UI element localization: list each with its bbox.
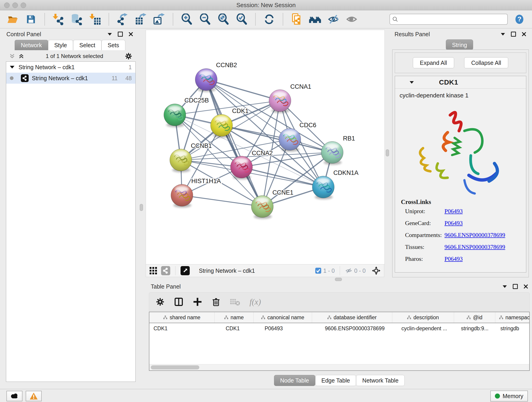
show-all-button[interactable]: [345, 13, 358, 26]
entry-header[interactable]: CDK1: [395, 76, 526, 89]
expand-all-button[interactable]: Expand All: [413, 57, 454, 68]
collapse-all-icon[interactable]: [9, 53, 15, 59]
column-label: name: [230, 314, 244, 321]
network-edge-HIST1H1A-CCNE1[interactable]: [182, 195, 262, 206]
warnings-button[interactable]: [26, 391, 42, 401]
add-column-icon[interactable]: [193, 297, 202, 307]
panel-menu-icon[interactable]: [503, 285, 507, 288]
export-image-button[interactable]: [152, 13, 166, 26]
zoom-fit-icon: [218, 13, 229, 25]
network-edge-CDK1-RB1[interactable]: [222, 125, 332, 153]
cloud-status-button[interactable]: [6, 391, 22, 401]
network-canvas[interactable]: CCNB2CCNA1CDC25BCDK1CDC6RB1CCNB1CCNA2CDK…: [146, 30, 385, 264]
tab-label: Style: [54, 42, 67, 49]
import-network-file-button[interactable]: [52, 13, 65, 26]
column-header[interactable]: database identifier: [312, 312, 392, 323]
float-panel-icon[interactable]: [513, 284, 518, 289]
search-input[interactable]: [400, 16, 505, 23]
float-panel-icon[interactable]: [118, 32, 123, 37]
birdseye-view-icon[interactable]: [181, 266, 190, 275]
network-graph[interactable]: CCNB2CCNA1CDC25BCDK1CDC6RB1CCNB1CCNA2CDK…: [146, 30, 385, 264]
network-edge-CCNB2-CCNE1[interactable]: [206, 80, 262, 206]
open-session-button[interactable]: [6, 13, 19, 26]
column-header[interactable]: description: [392, 312, 454, 323]
cell-shared-name: CDK1: [149, 325, 215, 332]
zoom-fit-button[interactable]: [217, 13, 230, 26]
network-row[interactable]: String Network – cdk1 11 48: [6, 73, 135, 84]
zoom-out-button[interactable]: [198, 13, 212, 26]
column-header[interactable]: shared name: [149, 312, 215, 323]
collapse-entry-icon[interactable]: [410, 81, 414, 84]
tab-edge-table[interactable]: Edge Table: [315, 375, 356, 386]
column-header[interactable]: @id: [454, 312, 495, 323]
tab-network-table[interactable]: Network Table: [356, 375, 405, 386]
right-splitter-handle[interactable]: [386, 149, 389, 156]
horizontal-scrollbar[interactable]: [149, 364, 529, 370]
crosslink-link[interactable]: P06493: [444, 220, 462, 227]
panel-menu-icon[interactable]: [108, 33, 112, 36]
table-settings-gear-icon[interactable]: [156, 297, 165, 306]
import-table-button[interactable]: [89, 13, 102, 26]
help-button[interactable]: ?: [513, 13, 526, 26]
expand-all-icon[interactable]: [18, 53, 24, 59]
results-panel-header: Results Panel: [391, 30, 530, 38]
scrollbar-thumb[interactable]: [151, 365, 199, 370]
show-columns-icon[interactable]: [174, 297, 184, 307]
left-splitter-handle[interactable]: [140, 204, 143, 211]
results-string-tab[interactable]: String: [446, 39, 473, 50]
tab-network[interactable]: Network: [15, 40, 48, 50]
tab-style[interactable]: Style: [48, 40, 73, 50]
view-mode-icon[interactable]: [161, 266, 170, 275]
collapse-all-button[interactable]: Collapse All: [464, 57, 508, 68]
node-table[interactable]: shared name name canonical name database…: [149, 312, 530, 371]
column-header[interactable]: name: [215, 312, 254, 323]
grid-mode-icon[interactable]: [149, 267, 157, 275]
network-collection-row[interactable]: String Network – cdk1 1: [6, 62, 135, 73]
tab-node-table[interactable]: Node Table: [274, 375, 315, 386]
node-label-CDKN1A: CDKN1A: [333, 169, 359, 176]
crosslink-link[interactable]: P06493: [444, 255, 462, 262]
zoom-selected-button[interactable]: [235, 13, 248, 26]
table-row[interactable]: CDK1 CDK1 P06493 9606.ENSP00000378699 cy…: [149, 323, 529, 334]
tab-sets[interactable]: Sets: [101, 40, 125, 50]
memory-status-dot: [495, 394, 500, 399]
toolbar-search[interactable]: [389, 14, 508, 25]
export-table-button[interactable]: [134, 13, 147, 26]
tab-select[interactable]: Select: [73, 40, 101, 50]
panel-menu-icon[interactable]: [501, 33, 505, 36]
pan-crosshair-icon[interactable]: [372, 266, 381, 275]
zoom-in-button[interactable]: [180, 13, 193, 26]
bottom-splitter-handle[interactable]: [335, 278, 342, 281]
node-label-CDC25B: CDC25B: [184, 97, 209, 104]
function-builder-button[interactable]: f(x): [249, 297, 261, 307]
save-session-button[interactable]: [24, 13, 38, 26]
selected-checkbox-icon[interactable]: [315, 268, 322, 274]
export-network-button[interactable]: [116, 13, 129, 26]
first-neighbors-button[interactable]: [308, 13, 322, 26]
close-panel-icon[interactable]: [524, 284, 528, 288]
column-header[interactable]: namespace: [495, 312, 530, 323]
refresh-view-button[interactable]: [263, 13, 276, 26]
delete-column-icon[interactable]: [211, 297, 221, 307]
duplicate-network-button[interactable]: [290, 13, 303, 26]
close-panel-icon[interactable]: [522, 32, 526, 36]
column-header[interactable]: canonical name: [254, 312, 312, 323]
toolbar-separator: [44, 13, 45, 26]
float-panel-icon[interactable]: [511, 32, 516, 37]
gear-icon[interactable]: [125, 52, 133, 60]
main-toolbar: ?: [0, 10, 532, 28]
close-panel-icon[interactable]: [129, 32, 133, 36]
memory-button[interactable]: Memory: [490, 390, 528, 402]
tree-expand-icon[interactable]: [10, 66, 14, 69]
crosslink-link[interactable]: 9606.ENSP00000378699: [444, 232, 505, 239]
crosslink-link[interactable]: P06493: [444, 208, 462, 215]
hidden-counter: 0 - 0: [345, 268, 366, 274]
delete-table-icon[interactable]: [230, 298, 240, 306]
zoom-in-icon: [181, 13, 192, 25]
tab-label: Network Table: [362, 377, 399, 384]
string-results-panel: Expand All Collapse All CDK1 cyclin-depe…: [392, 50, 529, 277]
import-network-from-database-button[interactable]: [70, 13, 83, 26]
tab-label: String: [452, 42, 467, 48]
hide-selected-button[interactable]: [327, 13, 340, 26]
crosslink-link[interactable]: 9606.ENSP00000378699: [444, 244, 505, 250]
